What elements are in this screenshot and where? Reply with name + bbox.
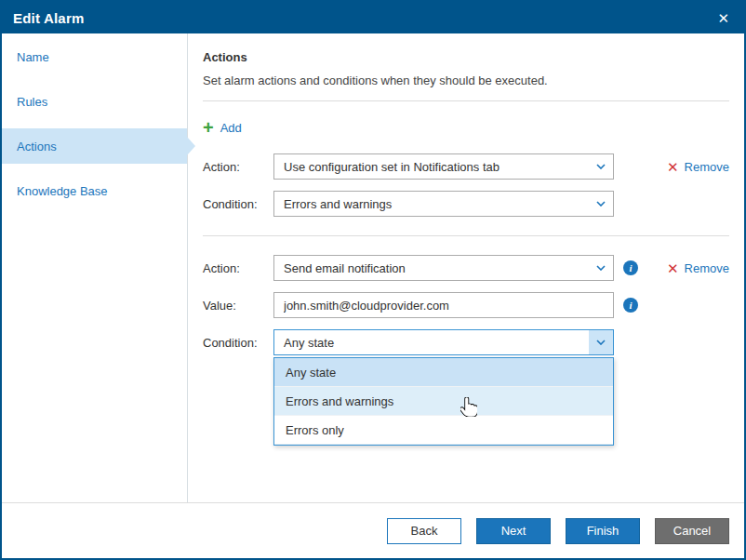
condition-select-value: Any state <box>284 336 334 350</box>
dialog-footer: Back Next Finish Cancel <box>2 502 744 558</box>
add-action-button[interactable]: + Add <box>203 120 242 135</box>
action-group-1: Action: Use configuration set in Notific… <box>203 153 729 217</box>
action-row: Action: Use configuration set in Notific… <box>203 153 729 180</box>
dialog-header: Edit Alarm ✕ <box>2 2 744 33</box>
divider <box>203 235 729 236</box>
info-icon[interactable]: i <box>623 260 638 275</box>
divider <box>203 100 729 101</box>
action-select-value: Send email notification <box>284 261 406 275</box>
action-row: Action: Send email notification i ✕ Remo… <box>203 255 729 281</box>
chevron-down-icon <box>589 330 613 354</box>
chevron-down-icon <box>589 192 613 216</box>
page-description: Set alarm actions and conditions when th… <box>203 73 729 87</box>
back-button[interactable]: Back <box>387 518 461 544</box>
sidebar-item-actions[interactable]: Actions <box>2 128 187 164</box>
action-label: Action: <box>203 160 273 174</box>
cancel-button[interactable]: Cancel <box>655 518 729 544</box>
condition-select-value: Errors and warnings <box>284 197 392 211</box>
sidebar-item-name[interactable]: Name <box>2 39 187 74</box>
dropdown-option-errors-and-warnings[interactable]: Errors and warnings <box>274 387 613 416</box>
condition-label: Condition: <box>203 197 273 211</box>
action-group-2: Action: Send email notification i ✕ Remo… <box>203 255 729 355</box>
dropdown-option-errors-only[interactable]: Errors only <box>274 416 613 445</box>
dropdown-option-any-state[interactable]: Any state <box>274 358 613 387</box>
actions-panel: Actions Set alarm actions and conditions… <box>188 33 744 502</box>
remove-x-icon: ✕ <box>667 261 679 275</box>
sidebar-item-knowledge-base[interactable]: Knowledge Base <box>2 173 187 208</box>
condition-row: Condition: Any state Any state Errors an… <box>203 329 729 355</box>
add-label: Add <box>220 121 242 135</box>
remove-x-icon: ✕ <box>667 160 679 174</box>
remove-action-button[interactable]: ✕ Remove <box>667 160 729 174</box>
action-select[interactable]: Use configuration set in Notifications t… <box>273 153 614 180</box>
condition-select[interactable]: Errors and warnings <box>273 191 614 217</box>
plus-icon: + <box>203 120 214 135</box>
sidebar-item-rules[interactable]: Rules <box>2 84 187 119</box>
value-label: Value: <box>203 299 273 313</box>
remove-label: Remove <box>685 160 729 174</box>
finish-button[interactable]: Finish <box>566 518 640 544</box>
condition-select-open[interactable]: Any state <box>273 329 614 355</box>
dialog-title: Edit Alarm <box>13 10 713 26</box>
condition-dropdown-list: Any state Errors and warnings Errors onl… <box>273 357 614 446</box>
action-label: Action: <box>203 261 273 275</box>
chevron-down-icon <box>589 154 613 179</box>
sidebar: Name Rules Actions Knowledge Base <box>2 33 188 502</box>
action-select[interactable]: Send email notification <box>273 255 614 281</box>
value-row: Value: i <box>203 292 729 318</box>
next-button[interactable]: Next <box>476 518 551 544</box>
close-icon[interactable]: ✕ <box>713 11 733 25</box>
remove-action-button[interactable]: ✕ Remove <box>667 261 729 275</box>
edit-alarm-dialog: Edit Alarm ✕ Name Rules Actions Knowledg… <box>0 0 746 560</box>
page-title: Actions <box>203 50 729 64</box>
info-icon[interactable]: i <box>623 298 638 313</box>
chevron-down-icon <box>589 256 613 280</box>
dialog-body: Name Rules Actions Knowledge Base Action… <box>2 33 744 502</box>
action-select-value: Use configuration set in Notifications t… <box>284 160 500 174</box>
condition-label: Condition: <box>203 336 273 350</box>
value-input[interactable] <box>273 292 614 318</box>
condition-row: Condition: Errors and warnings <box>203 191 729 217</box>
remove-label: Remove <box>685 261 729 275</box>
